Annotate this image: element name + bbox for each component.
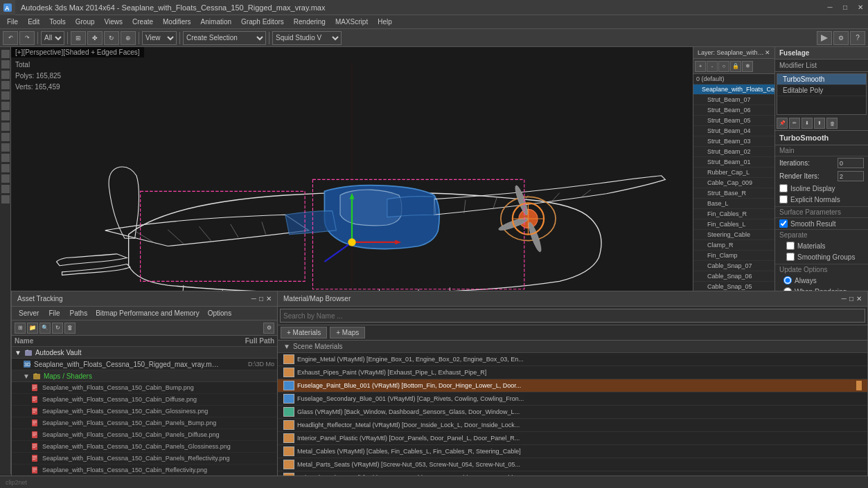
layer-item[interactable]: Rubber_Cap_L	[693, 168, 774, 178]
material-item[interactable]: Interior_Panel_Plastic (VRayMtl) [Door_P…	[278, 432, 867, 445]
layer-item[interactable]: Strut_Beam_05	[693, 116, 774, 126]
mod-icon-5[interactable]: 🗑	[826, 118, 838, 129]
layer-item[interactable]: Strut_Beam_02	[693, 147, 774, 157]
layer-item[interactable]: Cable_Cap_009	[693, 178, 774, 188]
asset-tb-5[interactable]: 🗑	[64, 323, 76, 334]
mode-dropdown[interactable]: All	[41, 31, 64, 45]
render-iters-input[interactable]	[838, 171, 864, 181]
asset-file-item[interactable]: Seaplane_with_Floats_Cessna_150_Cabin_Re…	[12, 464, 277, 476]
left-tool-10[interactable]	[1, 143, 10, 152]
iterations-input[interactable]	[838, 158, 864, 168]
smooth-result-label[interactable]: Smooth Result	[779, 219, 864, 228]
move-button[interactable]: ✤	[87, 31, 103, 45]
asset-root[interactable]: ▼ Autodesk Vault	[12, 347, 277, 359]
left-tool-13[interactable]	[1, 174, 10, 183]
left-tool-2[interactable]	[1, 60, 10, 69]
left-tool-8[interactable]	[1, 123, 10, 131]
asset-file-item[interactable]: Seaplane_with_Floats_Cessna_150_Cabin_Di…	[12, 394, 277, 406]
layer-item[interactable]: Cable_Snap_06	[693, 271, 774, 282]
menu-modifiers[interactable]: Modifiers	[159, 17, 195, 27]
asset-minimize[interactable]: ─	[251, 295, 256, 302]
mod-icon-1[interactable]: 📌	[777, 118, 788, 129]
layers-close[interactable]: ✕	[765, 49, 770, 56]
minimize-button[interactable]: ─	[822, 0, 838, 15]
layer-item[interactable]: Seaplane_with_Floats_Cessna_150_Rigged	[693, 84, 774, 95]
layer-item[interactable]: Strut_Beam_07	[693, 95, 774, 105]
layers-del-btn[interactable]: -	[707, 61, 718, 72]
menu-edit[interactable]: Edit	[24, 17, 44, 27]
left-tool-6[interactable]	[1, 102, 10, 110]
menu-tools[interactable]: Tools	[45, 17, 69, 27]
add-materials-btn[interactable]: + Materials	[281, 327, 327, 338]
maps-folder[interactable]: ▼ Maps / Shaders	[12, 370, 277, 382]
view-dropdown[interactable]: View	[142, 31, 177, 45]
mat-close[interactable]: ✕	[856, 295, 862, 302]
smoothing-groups-checkbox[interactable]	[786, 253, 795, 261]
left-tool-1[interactable]	[1, 50, 10, 58]
max-file-item[interactable]: 3D Seaplane_with_Floats_Cessna_150_Rigge…	[12, 359, 277, 370]
left-tool-7[interactable]	[1, 112, 10, 120]
always-label[interactable]: Always	[783, 276, 864, 284]
asset-tb-settings[interactable]: ⚙	[263, 323, 274, 334]
asset-file-item[interactable]: Seaplane_with_Floats_Cessna_150_Cabin_Pa…	[12, 429, 277, 441]
redo-button[interactable]: ↷	[19, 31, 35, 45]
asset-menu-options[interactable]: Options	[204, 308, 236, 318]
mod-icon-3[interactable]: ⬇	[801, 118, 813, 129]
asset-tb-2[interactable]: 📁	[27, 323, 38, 334]
left-tool-3[interactable]	[1, 71, 10, 79]
left-tool-15[interactable]	[1, 195, 10, 204]
left-tool-12[interactable]	[1, 164, 10, 172]
layer-item[interactable]: Base_L	[693, 199, 774, 209]
modifier-item[interactable]: Editable Poly	[777, 85, 866, 96]
layer-item[interactable]: Fin_Clamp	[693, 251, 774, 261]
asset-menu-server[interactable]: Server	[15, 308, 43, 318]
material-item[interactable]: Fuselage_Secondary_Blue_001 (VRayMtl) [C…	[278, 392, 867, 406]
smooth-result-checkbox[interactable]	[779, 219, 788, 228]
isoline-checkbox[interactable]	[779, 184, 788, 192]
asset-file-item[interactable]: Seaplane_with_Floats_Cessna_150_Cabin_Bu…	[12, 382, 277, 394]
layer-item[interactable]: 0 (default)	[693, 74, 774, 84]
render-settings-button[interactable]: ⚙	[833, 31, 849, 45]
explicit-normals-label[interactable]: Explicit Normals	[779, 195, 864, 204]
isoline-label[interactable]: Isoline Display	[779, 184, 864, 192]
help-button[interactable]: ?	[850, 31, 865, 45]
mod-icon-2[interactable]: ✏	[789, 118, 800, 129]
asset-close[interactable]: ✕	[266, 295, 272, 302]
always-radio[interactable]	[783, 276, 792, 284]
asset-menu-paths[interactable]: Paths	[66, 308, 92, 318]
mat-list[interactable]: Engine_Metal (VRayMtl) [Engine_Box_01, E…	[278, 353, 867, 488]
rotate-button[interactable]: ↻	[104, 31, 119, 45]
materials-checkbox[interactable]	[786, 242, 795, 250]
layer-item[interactable]: Clamp_R	[693, 240, 774, 251]
close-button[interactable]: ✕	[853, 0, 868, 15]
left-tool-11[interactable]	[1, 154, 10, 162]
menu-help[interactable]: Help	[373, 17, 396, 27]
layers-freeze-btn[interactable]: ❄	[742, 61, 753, 72]
asset-file-item[interactable]: Seaplane_with_Floats_Cessna_150_Cabin_Gl…	[12, 406, 277, 417]
add-maps-btn[interactable]: + Maps	[330, 327, 365, 338]
material-item[interactable]: Headlight_Reflector_Metal (VRayMtl) [Doo…	[278, 419, 867, 432]
explicit-normals-checkbox[interactable]	[779, 195, 788, 204]
undo-button[interactable]: ↶	[3, 31, 18, 45]
render-button[interactable]	[817, 31, 832, 45]
material-item[interactable]: Metal_Cables (VRayMtl) [Cables, Fin_Cabl…	[278, 445, 867, 458]
layers-add-btn[interactable]: +	[695, 61, 706, 72]
asset-tb-1[interactable]: ⊞	[15, 323, 26, 334]
modifier-item[interactable]: TurboSmooth	[777, 74, 866, 85]
menu-animation[interactable]: Animation	[197, 17, 236, 27]
asset-menu-file[interactable]: File	[44, 308, 64, 318]
layer-item[interactable]: Fin_Cables_R	[693, 209, 774, 219]
mat-maximize[interactable]: □	[849, 295, 853, 302]
mod-icon-4[interactable]: ⬆	[814, 118, 825, 129]
asset-file-item[interactable]: Seaplane_with_Floats_Cessna_150_Cabin_Pa…	[12, 453, 277, 464]
material-item[interactable]: Fuselage_Paint_Blue_001 (VRayMtl) [Botto…	[278, 379, 867, 392]
material-item[interactable]: Engine_Metal (VRayMtl) [Engine_Box_01, E…	[278, 353, 867, 366]
modifier-list[interactable]: TurboSmoothEditable Poly	[777, 73, 867, 115]
layer-item[interactable]: Steering_Cable	[693, 230, 774, 240]
menu-maxscript[interactable]: MAXScript	[331, 17, 372, 27]
layers-vis-btn[interactable]: ○	[718, 61, 729, 72]
asset-file-item[interactable]: Seaplane_with_Floats_Cessna_150_Cabin_Pa…	[12, 441, 277, 453]
menu-rendering[interactable]: Rendering	[290, 17, 330, 27]
left-tool-4[interactable]	[1, 81, 10, 89]
asset-tb-4[interactable]: ↻	[52, 323, 63, 334]
